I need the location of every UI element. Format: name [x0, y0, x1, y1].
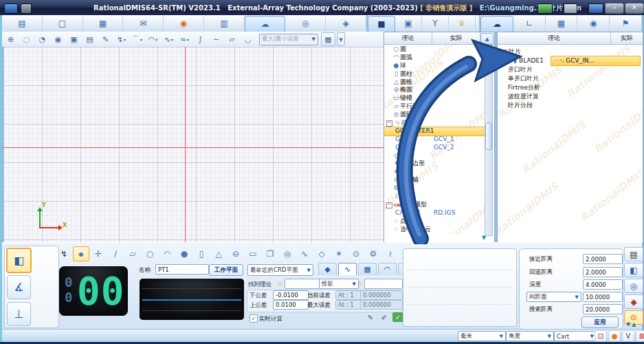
- zoom-region-button[interactable]: ◌: [19, 32, 34, 46]
- scrollbar-thumb[interactable]: [485, 122, 492, 150]
- tree-item-CADM_1[interactable]: CADM_1RD.IGS: [384, 209, 485, 217]
- slot-feature-button[interactable]: ▭: [245, 246, 261, 261]
- probe-sweep-button[interactable]: ◠▾: [146, 32, 160, 46]
- gear-feature-button[interactable]: ⚙: [365, 246, 381, 261]
- tree-item-波纹度计算[interactable]: 波纹度计算: [498, 92, 641, 101]
- tab-report[interactable]: ▤: [2, 16, 43, 31]
- apply-button[interactable]: 应用: [581, 316, 619, 328]
- point-feature-button[interactable]: ●: [73, 246, 89, 261]
- scan-line-button[interactable]: ∫: [193, 32, 208, 46]
- expander-icon[interactable]: −: [386, 120, 392, 127]
- retract-input[interactable]: 2.0000: [583, 267, 623, 277]
- tree-item-凸轮轴[interactable]: ⊙凸轮轴: [384, 176, 485, 184]
- tab-crown[interactable]: ♕: [449, 16, 476, 31]
- pipe-feature-button[interactable]: ≀: [382, 246, 399, 261]
- joystick-button[interactable]: ●: [608, 330, 621, 342]
- sphere-feature-button[interactable]: ●: [176, 246, 192, 261]
- spacing-combo[interactable]: 间距面 ▼: [526, 292, 581, 302]
- tab-calculator[interactable]: ▦: [83, 16, 124, 31]
- probe-angle-button[interactable]: ↯▾: [114, 32, 129, 46]
- curve-feature-button[interactable]: ∿: [296, 246, 313, 261]
- expander-icon[interactable]: −: [386, 202, 392, 208]
- app-icon[interactable]: [4, 3, 18, 14]
- workplane-button[interactable]: 工作平面: [209, 264, 243, 276]
- tab-grid[interactable]: ▦: [546, 16, 578, 31]
- transform-button[interactable]: ⊕: [3, 32, 18, 46]
- tree-item-GCV_2[interactable]: GCV_2GCV_2: [384, 144, 485, 152]
- tab-cloud-blade[interactable]: ☁: [480, 16, 513, 32]
- sphere-view-button[interactable]: ◔: [35, 32, 49, 46]
- tree-item-组合[interactable]: ∗组合: [384, 168, 485, 176]
- probe-status-button[interactable]: Ⅴ: [622, 330, 634, 342]
- tree-item-开口叶片[interactable]: 开口叶片: [498, 65, 641, 74]
- sketch-probe-button[interactable]: ✎: [98, 32, 113, 46]
- strip-scroll-arrows[interactable]: ▼▲: [626, 321, 637, 327]
- torus-feature-button[interactable]: ◎: [279, 246, 296, 261]
- scan-curve-button[interactable]: ∼: [209, 32, 223, 46]
- scroll-down-button[interactable]: ▼: [482, 235, 486, 241]
- projection-input[interactable]: [364, 279, 403, 289]
- cube-probe-tab[interactable]: ◧: [624, 263, 643, 277]
- tab-cube[interactable]: ▣: [395, 16, 422, 31]
- tree-item-正多边形[interactable]: ✶正多边形: [384, 160, 485, 168]
- plane-feature-button[interactable]: ▱: [124, 246, 141, 261]
- menu-icon[interactable]: [21, 3, 32, 14]
- joystick-blue-icon[interactable]: [588, 3, 603, 14]
- attached-curve-item[interactable]: ─∿GCV_IN...: [551, 56, 640, 65]
- tab-probe-y[interactable]: Y: [422, 16, 449, 31]
- tree-item-单开口叶片[interactable]: 单开口叶片: [498, 74, 641, 83]
- red-probe-tab[interactable]: ◆: [624, 294, 643, 309]
- graph-view-tab[interactable]: ∿: [338, 263, 357, 275]
- tab-view-cube[interactable]: ◈: [326, 16, 366, 31]
- tree-item-叶片分段[interactable]: 叶片分段: [498, 101, 641, 110]
- probe-button[interactable]: ⊥: [7, 302, 31, 326]
- probe-calib-button[interactable]: ✐: [379, 312, 390, 322]
- tab-flag[interactable]: ⚑: [610, 16, 642, 31]
- tree-item-椭圆[interactable]: ⊖椭圆: [384, 86, 485, 94]
- grid-tool-button[interactable]: ▦: [321, 32, 335, 46]
- tab-eye-view[interactable]: ◎: [285, 16, 326, 31]
- table-view-tab[interactable]: ▦: [358, 263, 377, 275]
- angle-combo[interactable]: 角度 ▼: [506, 331, 554, 341]
- search-cube-tab[interactable]: ◎: [624, 279, 643, 293]
- tree-item-管道[interactable]: ≀管道: [384, 193, 485, 201]
- tab-printer[interactable]: ▥: [204, 16, 245, 31]
- realtime-checkbox[interactable]: ✓: [249, 314, 258, 323]
- tree-item-球[interactable]: ●球: [384, 62, 485, 70]
- tree-item-CAD模型[interactable]: −CADCAD模型: [384, 201, 485, 209]
- tree-item-Firtree分析[interactable]: Firtree分析: [498, 83, 641, 92]
- coord-display-button[interactable]: ⊡: [595, 330, 607, 342]
- monitor-icon[interactable]: [564, 3, 577, 14]
- collapse-panel-button[interactable]: ▲: [480, 33, 493, 45]
- caliper-button[interactable]: ∡: [7, 275, 31, 299]
- plane-combo[interactable]: 最靠近的CRD平面 ▼: [247, 264, 313, 276]
- approach-input[interactable]: 2.0000: [583, 254, 623, 264]
- tab-axes[interactable]: ∟: [513, 16, 546, 31]
- cone-feature-button[interactable]: △: [210, 246, 227, 261]
- coord-combo[interactable]: Cart ▼: [554, 331, 597, 341]
- measure-cube-button[interactable]: ◧: [6, 248, 32, 273]
- line-feature-button[interactable]: ∕: [107, 246, 124, 261]
- frame-zoom-button[interactable]: ▣: [67, 32, 81, 46]
- parallel-planes-feature-button[interactable]: ❐: [262, 246, 278, 261]
- arc-view-tab[interactable]: ◠: [378, 263, 397, 275]
- output-tab[interactable]: ▤: [624, 247, 643, 261]
- tree-item-圆弧[interactable]: ◠圆弧: [384, 54, 485, 62]
- tab-actual[interactable]: 实际: [432, 32, 480, 44]
- polygon-feature-button[interactable]: ✶: [331, 246, 347, 261]
- tab-camera[interactable]: ◉: [577, 16, 610, 31]
- tree-item-圆环[interactable]: ◎圆环: [384, 111, 485, 119]
- minimize-button[interactable]: –: [605, 3, 624, 14]
- unit-combo[interactable]: 毫米 ▼: [458, 331, 506, 341]
- edit-button[interactable]: ✎: [365, 312, 376, 322]
- tree-item-齿轮[interactable]: ⚙齿轮: [384, 184, 485, 193]
- ellipse-feature-button[interactable]: ⊖: [227, 246, 244, 261]
- surface-feature-button[interactable]: ◇: [313, 246, 330, 261]
- tab-cloud-measure[interactable]: ☁: [245, 16, 286, 32]
- screen-button[interactable]: ▤: [82, 32, 97, 46]
- lower-tol-input[interactable]: -0.0100: [273, 290, 309, 300]
- tab-solid-cube[interactable]: ■: [368, 16, 395, 32]
- scan-plane-button[interactable]: ▱: [225, 32, 239, 46]
- tree-item-GCV_1[interactable]: GCV_1GCV_1: [384, 136, 485, 144]
- spacing-input[interactable]: 10.0000: [583, 292, 623, 302]
